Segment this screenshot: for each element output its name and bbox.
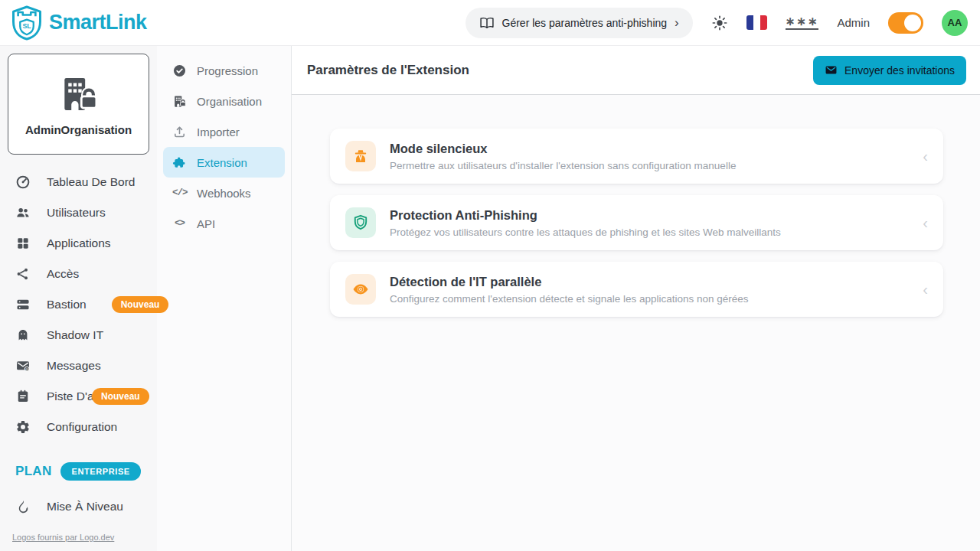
card-description: Configurez comment l'extension détecte e… [390, 293, 749, 305]
more-options-button[interactable]: ∗∗∗ [786, 15, 819, 30]
sidebar-item-bastion[interactable]: Bastion Nouveau [8, 289, 149, 320]
subnav-item-importer[interactable]: Importer [163, 116, 285, 147]
plan-row: PLAN ENTERPRISE [8, 462, 149, 481]
gauge-icon [15, 174, 31, 190]
chevron-left-icon: ‹ [923, 282, 928, 297]
sidebar-item-label: Applications [47, 236, 111, 250]
brand-logo[interactable]: SL SmartLink [11, 5, 147, 41]
building-lock-icon [57, 73, 100, 116]
app-body: AdminOrganisation Tableau De Bord [0, 46, 980, 551]
subnav-item-label: Extension [197, 156, 247, 169]
card-icon-box [345, 141, 376, 171]
send-invitations-label: Envoyer des invitations [844, 64, 955, 77]
chevron-right-icon: › [675, 16, 679, 29]
organisation-card[interactable]: AdminOrganisation [8, 54, 149, 155]
card-texts: Mode silencieux Permettre aux utilisateu… [390, 142, 736, 171]
sidebar-item-acces[interactable]: Accès [8, 259, 149, 289]
card-texts: Protection Anti-Phishing Protégez vos ut… [390, 208, 781, 238]
sidebar-item-label: Accès [47, 267, 79, 281]
users-icon [15, 205, 31, 220]
sidebar-item-shadow-it[interactable]: Shadow IT [8, 320, 149, 350]
sidebar-item-configuration[interactable]: Configuration [8, 412, 149, 442]
sidebar-item-tableau-de-bord[interactable]: Tableau De Bord [8, 167, 149, 197]
sidebar-item-label: Shadow IT [47, 328, 103, 342]
nouveau-badge: Nouveau [92, 388, 149, 405]
share-icon [15, 266, 31, 282]
sidebar-item-utilisateurs[interactable]: Utilisateurs [8, 197, 149, 228]
page-title: Paramètres de l'Extension [307, 63, 469, 78]
subnav-item-label: Importer [197, 126, 240, 139]
card-icon-box [345, 207, 376, 238]
subnav-item-webhooks[interactable]: </> Webhooks [163, 178, 285, 208]
server-icon [15, 297, 31, 312]
envelope-icon [825, 64, 838, 77]
setting-card-detection-it-parallele[interactable]: Détection de l'IT parallèle Configurez c… [330, 262, 943, 317]
sidebar-item-messages[interactable]: @ Messages [8, 350, 149, 381]
flag-red-stripe [760, 15, 767, 30]
card-description: Permettre aux utilisateurs d'installer l… [390, 160, 736, 171]
open-book-icon [479, 15, 495, 31]
extension-subnav: Progression Organisation [157, 46, 292, 551]
main-header: Paramètres de l'Extension Envoyer des in… [292, 46, 980, 95]
smartlink-app: SL SmartLink Gérer les paramètres anti-p… [0, 0, 980, 551]
subnav-item-progression[interactable]: Progression [163, 55, 285, 86]
nouveau-badge: Nouveau [112, 296, 169, 313]
main-panel: Paramètres de l'Extension Envoyer des in… [292, 46, 980, 551]
card-title: Protection Anti-Phishing [390, 208, 781, 223]
sidebar-item-label: Configuration [47, 420, 117, 434]
subnav-item-extension[interactable]: Extension [163, 147, 285, 178]
mail-at-icon: @ [15, 358, 31, 373]
eye-icon [351, 280, 370, 298]
setting-card-protection-anti-phishing[interactable]: Protection Anti-Phishing Protégez vos ut… [330, 195, 943, 250]
spy-icon [351, 147, 370, 165]
theme-sun-button[interactable] [711, 15, 728, 31]
code-slash-icon: </> [172, 187, 187, 198]
logo-dev-attribution-link[interactable]: Logos fournis par Logo.dev [12, 533, 149, 542]
subnav-item-api[interactable]: <> API [163, 208, 285, 239]
flag-white-stripe [753, 15, 760, 30]
building-lock-icon [172, 94, 187, 109]
card-description: Protégez vos utilisateurs contre les att… [390, 227, 781, 238]
topbar-actions: Gérer les paramètres anti-phishing › [466, 8, 968, 38]
setting-card-mode-silencieux[interactable]: Mode silencieux Permettre aux utilisateu… [330, 129, 943, 184]
sidebar-nav: Tableau De Bord Utilisateurs [8, 167, 149, 442]
password-asterisks-icon: ∗∗∗ [786, 15, 819, 30]
subnav-item-label: API [197, 217, 215, 230]
admin-label: Admin [837, 16, 870, 29]
enterprise-plan-badge[interactable]: ENTERPRISE [60, 462, 140, 481]
subnav-item-label: Organisation [197, 95, 262, 108]
sidebar-item-label: Utilisateurs [47, 206, 106, 220]
ghost-icon [15, 328, 31, 343]
journal-icon [15, 389, 31, 404]
manage-button-label: Gérer les paramètres anti-phishing [502, 17, 668, 29]
plan-label: PLAN [15, 464, 51, 479]
manage-anti-phishing-button[interactable]: Gérer les paramètres anti-phishing › [466, 8, 693, 38]
french-flag-icon[interactable] [746, 15, 767, 30]
sidebar-item-piste-daudit[interactable]: Piste D'audit Nouveau [8, 381, 149, 412]
sidebar: AdminOrganisation Tableau De Bord [0, 46, 157, 551]
grid-icon [15, 236, 31, 251]
organisation-name: AdminOrganisation [25, 123, 132, 136]
card-texts: Détection de l'IT parallèle Configurez c… [390, 275, 749, 305]
check-circle-icon [172, 64, 187, 78]
toggle-knob [904, 15, 921, 31]
sun-icon [711, 15, 728, 31]
code-icon: <> [172, 218, 187, 229]
subnav-item-organisation[interactable]: Organisation [163, 86, 285, 116]
sidebar-item-label: Messages [47, 359, 101, 373]
send-invitations-button[interactable]: Envoyer des invitations [813, 56, 966, 85]
admin-toggle[interactable] [888, 12, 923, 34]
sidebar-item-label: Bastion [47, 298, 87, 311]
avatar[interactable]: AA [942, 10, 968, 36]
card-title: Détection de l'IT parallèle [390, 275, 749, 289]
puzzle-icon [172, 155, 187, 170]
sidebar-item-applications[interactable]: Applications [8, 228, 149, 259]
gear-icon [15, 419, 31, 435]
flame-icon [15, 499, 31, 514]
svg-text:SL: SL [22, 21, 31, 29]
topbar: SL SmartLink Gérer les paramètres anti-p… [0, 0, 980, 46]
chevron-left-icon: ‹ [923, 148, 928, 164]
upload-icon [172, 125, 187, 139]
logo-shield-icon: SL [11, 5, 43, 41]
sidebar-item-mise-a-niveau[interactable]: Mise À Niveau [8, 491, 149, 522]
